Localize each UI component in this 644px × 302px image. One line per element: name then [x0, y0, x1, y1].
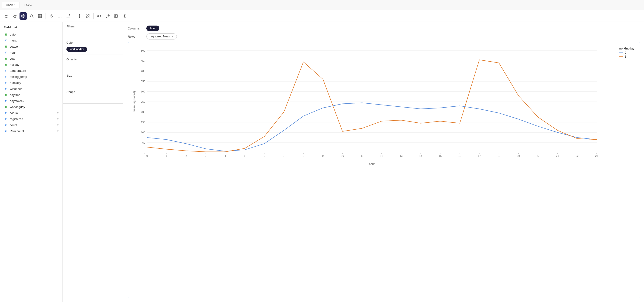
hash-icon: # — [4, 87, 8, 91]
svg-text:16: 16 — [458, 154, 461, 157]
field-item-date[interactable]: ▣date — [0, 31, 62, 38]
svg-point-16 — [98, 15, 99, 16]
field-item-registered[interactable]: #registered∨ — [0, 116, 62, 122]
size-label: Size — [66, 74, 119, 77]
svg-rect-9 — [40, 16, 42, 18]
field-item-row-count[interactable]: #Row count∨ — [0, 128, 62, 134]
field-item-workingday[interactable]: ▣workingday — [0, 104, 62, 110]
expand-button[interactable] — [84, 12, 92, 20]
svg-text:13: 13 — [400, 154, 402, 157]
field-label: casual — [10, 111, 18, 115]
calendar-icon: ▣ — [4, 105, 8, 109]
hash-icon: # — [4, 129, 8, 133]
field-label: workingday — [10, 105, 25, 109]
tab-new-button[interactable]: + New — [21, 2, 35, 8]
layers-button[interactable] — [36, 12, 44, 20]
svg-text:50: 50 — [142, 141, 145, 144]
field-item-hour[interactable]: #hour — [0, 50, 62, 56]
hash-icon: # — [4, 111, 8, 115]
search-button[interactable] — [28, 12, 35, 20]
svg-point-20 — [115, 15, 116, 16]
svg-line-5 — [32, 17, 33, 18]
field-item-season[interactable]: ▣season — [0, 44, 62, 50]
color-chip[interactable]: workingday — [66, 47, 87, 52]
refresh-button[interactable] — [48, 12, 55, 20]
field-label: hour — [10, 51, 16, 54]
field-item-feeling_temp[interactable]: #feeling_temp — [0, 74, 62, 80]
svg-text:300: 300 — [141, 90, 145, 93]
wrench-button[interactable] — [104, 12, 111, 20]
field-label: feeling_temp — [10, 75, 27, 78]
cube-button[interactable] — [20, 12, 27, 20]
svg-text:10: 10 — [341, 154, 344, 157]
connect-button[interactable] — [96, 12, 103, 20]
svg-text:17: 17 — [478, 154, 481, 157]
calendar-icon: ▣ — [4, 93, 8, 97]
svg-text:mean(registered): mean(registered) — [133, 91, 136, 112]
field-item-dayofweek[interactable]: #dayofweek — [0, 98, 62, 104]
tab-chart1[interactable]: Chart 1 — [2, 2, 20, 8]
field-item-count[interactable]: #count∨ — [0, 122, 62, 128]
svg-rect-8 — [38, 16, 40, 18]
sort-asc-button[interactable] — [56, 12, 64, 20]
shape-label: Shape — [66, 90, 119, 94]
svg-text:350: 350 — [141, 80, 145, 83]
svg-text:150: 150 — [141, 121, 145, 124]
opacity-section: Opacity — [63, 55, 123, 71]
field-label: season — [10, 45, 20, 48]
chart-area: Columns hour Rows registered Mean ▾ work… — [123, 22, 644, 302]
svg-text:5: 5 — [244, 154, 246, 157]
rows-shelf: Rows registered Mean ▾ — [128, 34, 640, 40]
undo-button[interactable] — [3, 12, 10, 20]
svg-text:6: 6 — [264, 154, 265, 157]
field-item-year[interactable]: ▣year — [0, 56, 62, 62]
svg-rect-19 — [114, 15, 118, 18]
field-item-month[interactable]: #month — [0, 38, 62, 44]
image-button[interactable] — [112, 12, 120, 20]
calendar-icon: ▣ — [4, 56, 8, 61]
hash-icon: # — [4, 99, 8, 103]
redo-button[interactable] — [11, 12, 18, 20]
field-item-daytime[interactable]: ▣daytime — [0, 92, 62, 98]
filters-section: Filters — [63, 22, 123, 38]
svg-text:22: 22 — [576, 154, 578, 157]
field-item-humidity[interactable]: #humidity — [0, 80, 62, 86]
legend-item-1: 1 — [619, 55, 634, 58]
svg-text:hour: hour — [369, 162, 374, 166]
svg-text:400: 400 — [141, 70, 145, 72]
svg-point-17 — [100, 15, 101, 16]
svg-text:200: 200 — [141, 110, 145, 113]
field-list-title: Field List — [0, 24, 62, 31]
legend-label-0: 0 — [625, 51, 626, 54]
sort-desc-button[interactable] — [64, 12, 72, 20]
hash-icon: # — [4, 50, 8, 54]
expand-icon: ∨ — [57, 130, 59, 133]
hash-icon: # — [4, 80, 8, 85]
legend-label-1: 1 — [625, 55, 626, 58]
field-label: humidity — [10, 81, 21, 84]
field-item-holiday[interactable]: ▣holiday — [0, 62, 62, 68]
svg-text:9: 9 — [322, 154, 324, 157]
svg-text:450: 450 — [141, 60, 145, 62]
settings-button[interactable] — [120, 12, 128, 20]
svg-point-21 — [124, 15, 125, 16]
field-label: registered — [10, 117, 23, 121]
rows-chip[interactable]: registered Mean ▾ — [146, 34, 177, 40]
columns-label: Columns — [128, 27, 146, 30]
columns-shelf: Columns hour — [128, 26, 640, 31]
columns-chip[interactable]: hour — [146, 26, 159, 31]
svg-text:14: 14 — [419, 154, 422, 157]
size-section: Size — [63, 71, 123, 87]
field-item-temperature[interactable]: #temperature — [0, 68, 62, 74]
svg-text:0: 0 — [146, 154, 148, 157]
field-label: temperature — [10, 69, 26, 72]
svg-text:100: 100 — [141, 131, 145, 134]
svg-text:1: 1 — [166, 154, 167, 157]
move-button[interactable] — [76, 12, 83, 20]
field-item-winspeed[interactable]: #winspeed — [0, 86, 62, 92]
field-item-casual[interactable]: #casual∨ — [0, 110, 62, 116]
field-label: daytime — [10, 93, 20, 97]
field-label: month — [10, 39, 18, 42]
svg-text:23: 23 — [595, 154, 598, 157]
field-label: winspeed — [10, 87, 22, 90]
